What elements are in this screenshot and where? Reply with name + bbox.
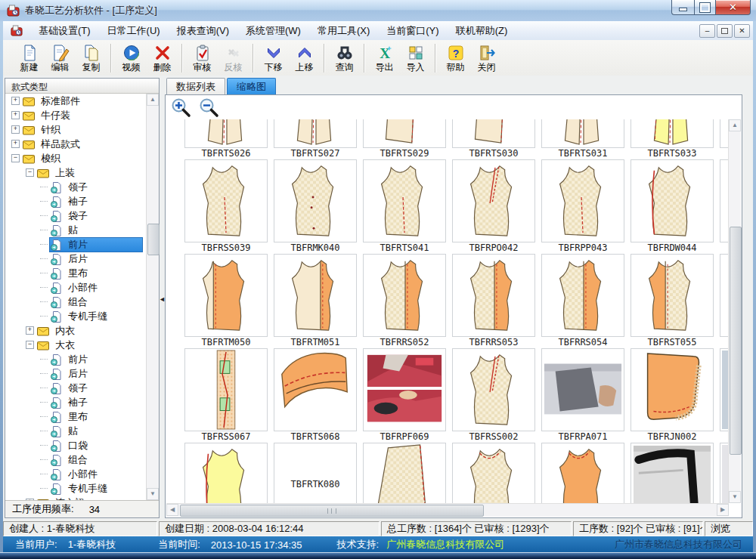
menu-item-6[interactable]: 当前窗口(Y) [378, 22, 447, 40]
tree-item-前片[interactable]: 前片 [5, 352, 147, 366]
menu-item-5[interactable]: 常用工具(X) [309, 22, 378, 40]
tree-expander-icon[interactable]: − [26, 341, 34, 349]
thumbnail-image[interactable] [363, 348, 446, 431]
thumbnail-image[interactable] [274, 254, 357, 337]
menu-item-7[interactable]: 联机帮助(Z) [448, 22, 516, 40]
tree-item-大衣[interactable]: −大衣 [5, 338, 147, 352]
mdi-restore-button[interactable] [717, 24, 733, 38]
tree-item-组合[interactable]: 组合 [5, 452, 147, 467]
thumbnail-image[interactable] [452, 119, 535, 148]
tree-item-hit-zone[interactable]: 样品款式 [23, 137, 142, 151]
thumbnail-cell-TBFRTS030[interactable]: TBFRTS030 [452, 119, 535, 159]
thumbnail-image[interactable]: TBFRTK080 [274, 443, 357, 503]
thumbnail-cell-TBFRRS053[interactable]: TBFRRS053 [452, 254, 535, 348]
thumbnail-image[interactable] [363, 119, 446, 148]
tree-item-hit-zone[interactable]: 里布 [50, 267, 142, 280]
tree-item-样品款式[interactable]: +样品款式 [5, 137, 147, 151]
horizontal-scrollbar-thumb[interactable] [180, 505, 484, 517]
tree-item-梭织[interactable]: −梭织 [5, 151, 147, 165]
tree-item-hit-zone[interactable]: 组合 [50, 295, 142, 309]
tree-item-里布[interactable]: 里布 [5, 266, 147, 280]
thumbnail-cell-TBFRTK080[interactable]: TBFRTK080 [274, 443, 357, 503]
zoom-in-magnifier-icon[interactable] [171, 97, 191, 118]
tab-缩略图[interactable]: 缩略图 [227, 78, 276, 94]
toolbar-button-导入[interactable]: 导入 [400, 42, 431, 74]
thumbnail-image[interactable] [541, 159, 624, 242]
tree-item-针织[interactable]: +针织 [5, 122, 147, 137]
tree-item-专机手缝[interactable]: 专机手缝 [5, 481, 147, 496]
tree-expander-icon[interactable]: + [11, 125, 20, 134]
tree-item-里布[interactable]: 里布 [5, 409, 147, 424]
maximize-button[interactable] [694, 0, 715, 15]
toolbar-button-导出[interactable]: X导出 [369, 42, 400, 74]
tree-item-专机手缝[interactable]: 专机手缝 [5, 309, 147, 323]
toolbar-button-编辑[interactable]: 编辑 [45, 42, 76, 74]
tree-scrollbar-thumb[interactable] [147, 224, 160, 255]
thumbnail-image[interactable] [274, 159, 357, 242]
toolbar-button-视频[interactable]: 视频 [116, 42, 147, 74]
scroll-down-arrow-icon[interactable]: ▼ [729, 491, 741, 503]
tree-item-牛仔装[interactable]: +牛仔装 [5, 108, 147, 122]
thumbnail-cell-TBFRTS031[interactable]: TBFRTS031 [541, 119, 624, 159]
thumbnail-cell-TBFRJN002[interactable]: TBFRJN002 [631, 348, 714, 443]
thumbnail-image[interactable] [541, 443, 624, 503]
thumbnail-cell-TBFRTS041[interactable]: TBFRTS041 [363, 159, 446, 254]
tree-item-hit-zone[interactable]: 里布 [50, 410, 142, 424]
scroll-up-arrow-icon[interactable]: ▲ [147, 94, 159, 106]
tree-item-hit-zone[interactable]: 袖子 [50, 195, 142, 208]
thumbnail-image[interactable] [631, 254, 714, 337]
tree-item-内衣[interactable]: +内衣 [5, 323, 147, 338]
tree-item-标准部件[interactable]: +标准部件 [5, 94, 147, 108]
thumbnail-image[interactable] [631, 443, 714, 503]
tree-item-前片[interactable]: 前片 [5, 237, 147, 252]
tree-item-hit-zone[interactable]: 小部件 [50, 281, 142, 295]
tree-item-hit-zone[interactable]: 针织 [23, 123, 142, 137]
tree-item-hit-zone[interactable]: 贴 [50, 425, 142, 438]
tree-item-hit-zone[interactable]: 专机手缝 [50, 482, 142, 496]
tree-item-hit-zone[interactable]: 梭织 [23, 152, 142, 165]
mdi-minimize-button[interactable]: – [699, 24, 715, 38]
tree-expander-icon[interactable]: + [26, 326, 34, 335]
tree-item-hit-zone[interactable]: 上装 [37, 166, 142, 180]
vertical-scrollbar-thumb[interactable] [730, 227, 742, 455]
tree-item-袖子[interactable]: 袖子 [5, 395, 147, 409]
thumbnail-image[interactable] [452, 159, 535, 242]
thumbnail-image[interactable] [184, 254, 268, 337]
thumbnail-image[interactable] [184, 119, 268, 148]
tree-item-hit-zone[interactable]: 后片 [50, 367, 142, 381]
tree-item-hit-zone[interactable]: 小部件 [50, 468, 142, 481]
thumbnail-cell-TBFRPO042[interactable]: TBFRPO042 [452, 159, 535, 254]
tree-expander-icon[interactable]: + [11, 97, 20, 105]
tree-item-hit-zone[interactable]: 后片 [50, 252, 142, 266]
thumbnail-cell-TBFRTS029[interactable]: TBFRTS029 [363, 119, 446, 159]
tree-item-口袋[interactable]: 口袋 [5, 438, 147, 452]
tree-item-hit-zone[interactable]: 标准部件 [23, 94, 142, 108]
toolbar-button-新建[interactable]: 新建 [14, 42, 45, 74]
tree-item-hit-zone[interactable]: 领子 [50, 181, 142, 194]
mdi-close-button[interactable]: ✕ [734, 24, 750, 38]
tree-item-贴[interactable]: 贴 [5, 223, 147, 237]
toolbar-button-查询[interactable]: 查询 [329, 42, 360, 74]
thumbnail-cell[interactable] [363, 443, 446, 503]
tree-scrollbar[interactable]: ▲ ▼ [146, 94, 159, 500]
tree-item-hit-zone[interactable]: 内衣 [37, 324, 142, 338]
horizontal-scrollbar[interactable]: ◀ ▶ [166, 503, 729, 517]
menu-item-2[interactable]: 日常工作(U) [99, 22, 169, 40]
vertical-scrollbar[interactable]: ▲ ▼ [728, 119, 741, 503]
thumbnail-image[interactable] [452, 443, 535, 503]
thumbnail-cell-TBFRST055[interactable]: TBFRST055 [631, 254, 714, 348]
scroll-left-arrow-icon[interactable]: ◀ [166, 504, 178, 516]
tab-数据列表[interactable]: 数据列表 [166, 78, 225, 94]
tree-item-小部件[interactable]: 小部件 [5, 467, 147, 481]
tree-item-hit-zone[interactable]: 袖子 [50, 396, 142, 409]
scroll-up-arrow-icon[interactable]: ▲ [729, 119, 741, 131]
thumbnail-cell[interactable] [631, 443, 714, 503]
tree-item-hit-zone[interactable]: 贴 [50, 224, 142, 237]
thumbnail-image[interactable] [541, 254, 624, 337]
tree-expander-icon[interactable]: − [11, 154, 20, 162]
toolbar-button-下移[interactable]: 下移 [258, 42, 289, 74]
thumbnail-image[interactable] [363, 254, 446, 337]
thumbnail-image[interactable] [363, 159, 446, 242]
tree-item-贴[interactable]: 贴 [5, 424, 147, 438]
thumbnail-image[interactable] [184, 443, 268, 503]
